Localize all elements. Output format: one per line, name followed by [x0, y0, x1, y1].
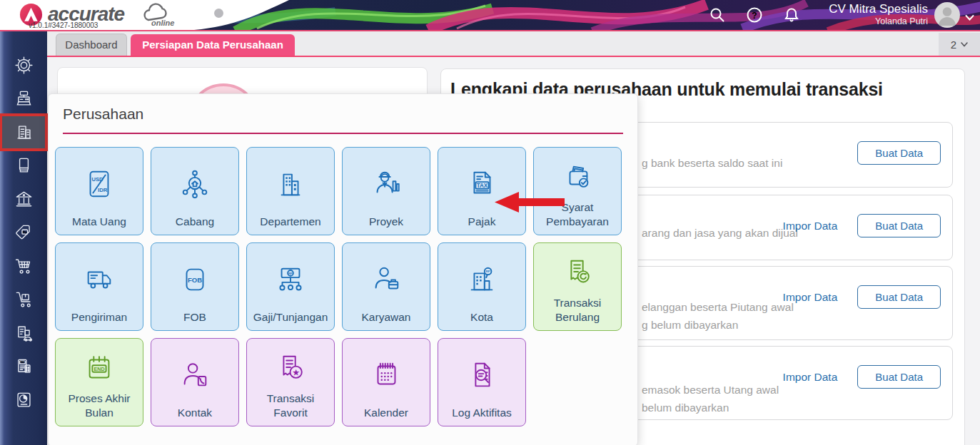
tile-cabang[interactable]: Cabang [151, 147, 239, 235]
help-icon[interactable]: ? [746, 6, 763, 24]
buat-data-button[interactable]: Buat Data [857, 214, 941, 237]
settings-gear-icon [14, 56, 34, 75]
svg-text:Rp: Rp [22, 230, 26, 234]
tile-label: Transaksi Favorit [247, 392, 334, 419]
svg-text:TAX: TAX [477, 183, 488, 189]
tile-label: Kalender [361, 406, 411, 419]
tile-label: Mata Uang [69, 215, 129, 228]
tile-fob[interactable]: FOB FOB [151, 242, 239, 331]
tile-label: Cabang [173, 215, 217, 228]
currency-usd-idr-icon: USD IDR [83, 148, 116, 215]
card-description: g bank beserta saldo saat ini [642, 154, 782, 172]
user-name: Yolanda Putri [829, 16, 928, 27]
chevron-down-icon[interactable] [965, 11, 974, 19]
report-chart-icon [14, 391, 34, 410]
impor-data-link[interactable]: Impor Data [783, 291, 838, 304]
tile-transaksi-berulang[interactable]: Transaksi Berulang [533, 242, 622, 331]
impor-data-link[interactable]: Impor Data [783, 371, 838, 384]
sidebar-item-reports[interactable] [1, 384, 46, 417]
tile-label: FOB [181, 310, 209, 324]
tile-kota[interactable]: RP Kota [438, 242, 526, 331]
sidebar-item-assets[interactable] [1, 317, 46, 350]
tile-label: Transaksi Berulang [534, 296, 621, 324]
sidebar-item-bank[interactable] [1, 183, 46, 216]
account-info: CV Mitra Spesialis Yolanda Putri [829, 1, 928, 27]
price-tag-rp-icon: Rp [14, 223, 34, 242]
tile-transaksi-favorit[interactable]: ★ Transaksi Favorit [246, 338, 335, 426]
bell-icon[interactable] [783, 6, 800, 24]
tab-counter-value: 2 [951, 39, 956, 51]
card-description-line2: g belum dibayarkan [642, 316, 794, 334]
tile-gaji-tunjangan[interactable]: RP Gaji/Tunjangan [246, 242, 335, 331]
calendar-icon [370, 339, 403, 406]
recurring-transaction-icon [561, 243, 594, 296]
sidebar-item-sales[interactable] [1, 250, 46, 283]
activity-log-icon [465, 339, 498, 406]
tile-departemen[interactable]: Departemen [246, 147, 335, 235]
tile-log-aktifitas[interactable]: Log Aktifitas [438, 338, 526, 426]
tab-persiapan-data-perusahaan[interactable]: Persiapan Data Perusahaan [131, 34, 295, 56]
top-header-bar: accurate online v1.0.1#3427-1880003 ? CV… [0, 0, 980, 30]
sidebar-item-company[interactable] [1, 116, 46, 149]
sidebar-item-purchases[interactable] [1, 283, 46, 317]
employee-icon [370, 243, 403, 310]
department-building-icon [274, 148, 307, 215]
fob-icon: FOB [178, 243, 211, 310]
sidebar-item-settings[interactable] [1, 48, 46, 82]
svg-text:★: ★ [293, 368, 300, 377]
tile-karyawan[interactable]: Karyawan [342, 242, 430, 331]
card-description: elanggan beserta Piutang awal g belum di… [642, 298, 794, 334]
perusahaan-menu-popup: Perusahaan USD IDR Mata Uang [48, 93, 638, 445]
month-end-calendar-icon: END [83, 339, 116, 392]
tile-kalender[interactable]: Kalender [342, 338, 430, 426]
sidebar-item-ledger[interactable] [1, 149, 46, 183]
tile-kontak[interactable]: Kontak [151, 338, 239, 426]
svg-text:TAX: TAX [20, 361, 25, 364]
brand-online-label: online [151, 19, 174, 27]
bank-icon [14, 190, 34, 209]
card-description-line1: emasok beserta Utang awal [642, 381, 779, 399]
buat-data-button[interactable]: Buat Data [857, 365, 941, 389]
sales-cart-icon [14, 257, 34, 276]
card-description-line2: belum dibayarkan [642, 399, 779, 416]
payment-terms-wallet-icon [561, 148, 594, 200]
tile-label: Pengiriman [69, 310, 130, 324]
tab-bar: Dashboard Persiapan Data Perusahaan 2 [47, 31, 980, 57]
tile-label: Proyek [366, 215, 406, 228]
tile-proyek[interactable]: Proyek [342, 147, 430, 235]
tile-label: Gaji/Tunjangan [251, 310, 331, 324]
buat-data-button[interactable]: Buat Data [857, 285, 941, 309]
tile-label: Kota [468, 310, 496, 324]
avatar[interactable] [934, 2, 960, 28]
app-window: accurate online v1.0.1#3427-1880003 ? CV… [0, 0, 980, 445]
sidebar-item-tax[interactable]: TAX [1, 350, 46, 384]
status-dot [214, 9, 223, 18]
contact-icon [178, 339, 211, 406]
tile-mata-uang[interactable]: USD IDR Mata Uang [55, 147, 143, 235]
cash-register-icon [14, 89, 34, 108]
card-description-line1: elanggan beserta Piutang awal [642, 298, 794, 316]
sidebar-item-cash-register[interactable] [1, 82, 46, 116]
tile-proses-akhir-bulan[interactable]: END Proses Akhir Bulan [55, 338, 143, 426]
company-building-icon [14, 123, 34, 142]
tile-label: Karyawan [359, 310, 414, 324]
tax-file-icon: TAX [465, 148, 498, 215]
svg-text:?: ? [752, 11, 757, 21]
sidebar-item-pricing[interactable]: Rp [1, 216, 46, 250]
search-icon[interactable] [709, 6, 726, 24]
svg-text:IDR: IDR [98, 187, 108, 193]
project-worker-icon [370, 148, 403, 215]
shipment-truck-icon [83, 243, 116, 310]
tab-dashboard[interactable]: Dashboard [56, 34, 127, 56]
pointer-arrow [495, 191, 565, 213]
tab-counter[interactable]: 2 [939, 33, 980, 56]
sidebar-nav: Rp [0, 31, 47, 445]
popup-title: Perusahaan [49, 94, 637, 123]
tax-document-icon: TAX [14, 357, 34, 377]
tile-pengiriman[interactable]: Pengiriman [55, 242, 143, 331]
tab-accent-underline [47, 56, 980, 57]
impor-data-link[interactable]: Impor Data [783, 220, 838, 232]
svg-text:USD: USD [91, 176, 103, 183]
buat-data-button[interactable]: Buat Data [857, 141, 941, 165]
favorite-transaction-icon: ★ [274, 339, 307, 392]
